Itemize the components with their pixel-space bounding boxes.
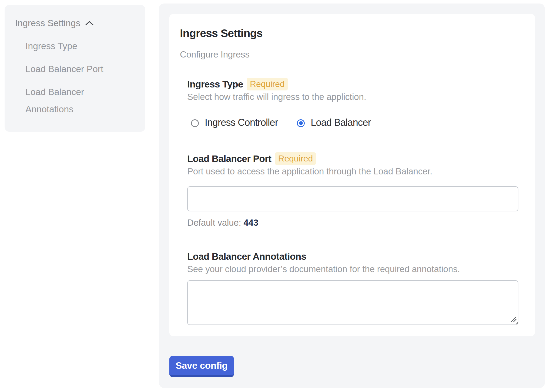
settings-nav: Ingress Settings Ingress Type Load Balan… — [5, 5, 145, 132]
default-value-line: Default value: 443 — [187, 217, 524, 228]
settings-panel: Ingress Settings Configure Ingress Ingre… — [159, 4, 545, 388]
ingress-type-radio-group: Ingress Controller Load Balancer — [191, 119, 524, 127]
required-badge: Required — [247, 78, 288, 90]
sidebar-item-load-balancer-port[interactable]: Load Balancer Port — [25, 60, 123, 77]
load-balancer-annotations-field: Load Balancer Annotations See your cloud… — [187, 250, 524, 325]
chevron-up-icon — [85, 21, 94, 26]
card-subtitle: Configure Ingress — [180, 49, 524, 60]
load-balancer-port-field: Load Balancer Port Required Port used to… — [187, 152, 524, 228]
sidebar-item-ingress-settings[interactable]: Ingress Settings — [15, 14, 137, 32]
save-config-button[interactable]: Save config — [169, 356, 234, 377]
radio-option-load-balancer[interactable]: Load Balancer — [297, 117, 371, 129]
load-balancer-port-input[interactable] — [187, 186, 518, 211]
default-value-label: Default value: — [187, 218, 241, 228]
load-balancer-port-help: Port used to access the application thro… — [187, 166, 524, 177]
ingress-type-label: Ingress Type — [187, 79, 243, 90]
default-value: 443 — [244, 218, 259, 228]
load-balancer-annotations-textarea[interactable] — [187, 280, 518, 325]
radio-option-ingress-controller[interactable]: Ingress Controller — [191, 117, 278, 129]
required-badge: Required — [275, 152, 316, 165]
load-balancer-annotations-label: Load Balancer Annotations — [187, 251, 306, 262]
ingress-settings-card: Ingress Settings Configure Ingress Ingre… — [169, 14, 535, 336]
load-balancer-port-label: Load Balancer Port — [187, 153, 271, 164]
load-balancer-annotations-help: See your cloud provider’s documentation … — [187, 264, 524, 275]
sidebar-item-ingress-type[interactable]: Ingress Type — [25, 37, 123, 55]
card-title: Ingress Settings — [180, 27, 524, 40]
sidebar-parent-label: Ingress Settings — [15, 14, 80, 32]
radio-unselected-icon[interactable] — [191, 119, 199, 127]
ingress-type-field: Ingress Type Required Select how traffic… — [187, 78, 524, 127]
radio-selected-icon[interactable] — [297, 119, 305, 127]
sidebar-item-load-balancer-annotations[interactable]: Load Balancer Annotations — [25, 83, 123, 118]
ingress-type-help: Select how traffic will ingress to the a… — [187, 92, 524, 102]
